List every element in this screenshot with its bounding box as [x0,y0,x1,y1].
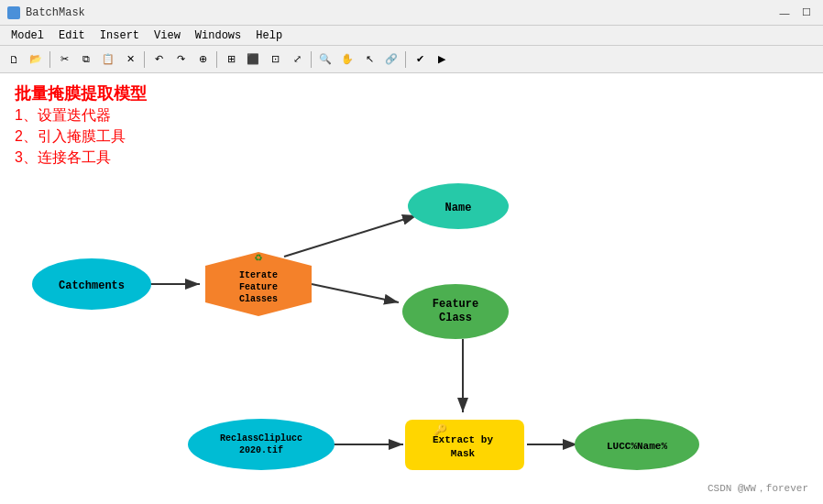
label-iterate-2: Feature [239,282,278,292]
arrow-iterate-to-name [284,215,417,257]
copy-button[interactable]: ⧉ [76,49,96,70]
grid-button[interactable]: ⊞ [221,49,241,70]
redo-button[interactable]: ↷ [170,49,191,70]
node-reclass[interactable] [188,419,335,470]
check-button[interactable]: ✔ [410,49,430,70]
new-button[interactable]: 🗋 [4,49,24,70]
label-reclass-1: ReclassCliplucc [220,433,302,444]
label-name: Name [445,202,472,214]
menu-bar: Model Edit Insert View Windows Help [0,26,823,46]
open-button[interactable]: 📂 [26,49,46,70]
minimize-button[interactable]: — [775,5,794,20]
label-iterate-3: Classes [239,294,278,304]
fit-button[interactable]: ⤢ [287,49,307,70]
label-catchments: Catchments [59,279,125,292]
add-button[interactable]: ⊕ [192,49,213,70]
connect-button[interactable]: 🔗 [381,49,401,70]
menu-help[interactable]: Help [248,27,290,44]
label-extract-1: Extract by [433,434,493,445]
menu-model[interactable]: Model [4,27,51,44]
menu-insert[interactable]: Insert [93,27,147,44]
menu-windows[interactable]: Windows [188,27,248,44]
label-featureclass-1: Feature [433,298,478,311]
undo-button[interactable]: ↶ [148,49,169,70]
diagram-canvas[interactable]: Catchments ♻ Iterate Feature Classes Nam… [0,73,823,504]
arrow-iterate-to-featureclass [312,284,399,302]
iterate-icon: ♻ [255,250,263,265]
select-button[interactable]: ↖ [359,49,379,70]
menu-view[interactable]: View [147,27,188,44]
app-icon [7,6,20,19]
label-reclass-2: 2020.tif [239,445,283,455]
title-bar-controls: — ☐ [775,5,816,20]
paste-button[interactable]: 📋 [98,49,118,70]
app-title: BatchMask [26,6,85,19]
title-bar: BatchMask — ☐ [0,0,823,26]
cut-button[interactable]: ✂ [54,49,74,70]
delete-button[interactable]: ✕ [120,49,140,70]
label-iterate-1: Iterate [239,270,278,280]
pan-button[interactable]: ✋ [337,49,357,70]
zoom-in-button[interactable]: ⬛ [243,49,263,70]
menu-edit[interactable]: Edit [51,27,93,44]
zoom-out-button[interactable]: ⊡ [265,49,285,70]
zoom-custom-button[interactable]: 🔍 [315,49,335,70]
label-extract-2: Mask [451,448,476,459]
label-featureclass-2: Class [439,312,472,324]
watermark: CSDN @WW，forever [708,481,808,495]
main-content: 批量掩膜提取模型 1、设置迭代器 2、引入掩膜工具 3、连接各工具 Catchm… [0,73,823,504]
maximize-button[interactable]: ☐ [797,5,816,20]
toolbar: 🗋 📂 ✂ ⧉ 📋 ✕ ↶ ↷ ⊕ ⊞ ⬛ ⊡ ⤢ 🔍 ✋ ↖ 🔗 ✔ ▶ [0,46,823,73]
label-lucc: LUCC%Name% [607,441,667,452]
run-button[interactable]: ▶ [432,49,452,70]
